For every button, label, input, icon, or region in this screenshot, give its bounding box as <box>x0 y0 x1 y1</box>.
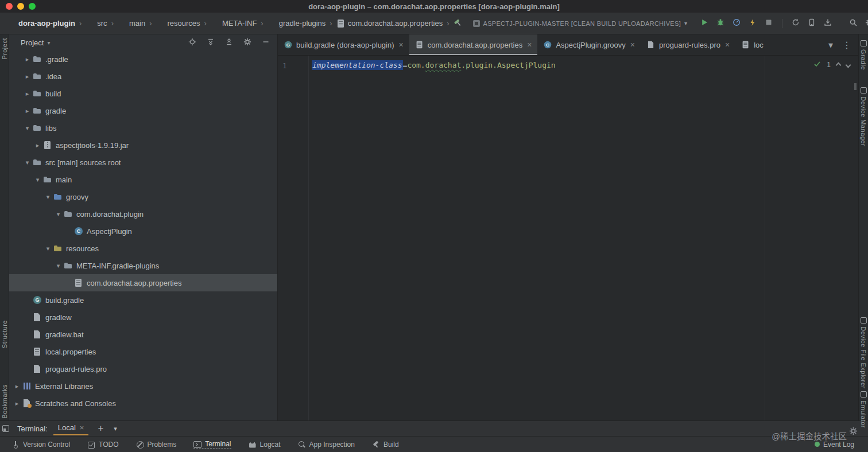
chevron-right-icon[interactable]: ▸ <box>13 400 21 407</box>
code-line[interactable]: implementation-class=com.dorachat.plugin… <box>312 61 556 69</box>
editor-options-kebab-icon[interactable]: ⋮ <box>842 40 851 50</box>
chevron-down-icon[interactable]: ▾ <box>44 245 52 252</box>
sync-gradle-button[interactable] <box>789 17 803 30</box>
select-opened-file-button[interactable] <box>185 36 199 49</box>
minimize-window-button[interactable] <box>17 3 24 10</box>
tool-stripe-button-structure[interactable]: Structure <box>1 320 8 348</box>
tree-item-proguard-rules-pro[interactable]: proguard-rules.pro <box>9 360 277 377</box>
editor-tab-com-dorachat-aop-properties[interactable]: com.dorachat.aop.properties × <box>409 34 538 55</box>
zoom-window-button[interactable] <box>29 3 36 10</box>
chevron-down-icon[interactable]: ▾ <box>44 193 52 201</box>
tree-item-aspectjtools-jar[interactable]: ▸ aspectjtools-1.9.19.jar <box>9 137 277 154</box>
chevron-right-icon[interactable]: ▸ <box>23 90 32 98</box>
tree-item-com-dorachat-plugin[interactable]: ▾ com.dorachat.plugin <box>9 205 277 223</box>
tree-item-local-properties[interactable]: local.properties <box>9 343 277 360</box>
tree-item-build[interactable]: ▸ build <box>9 85 277 102</box>
tree-item-com-dorachat-aop-properties[interactable]: com.dorachat.aop.properties <box>9 274 277 291</box>
chevron-right-icon[interactable]: ▸ <box>23 73 32 80</box>
expand-all-button[interactable] <box>204 36 218 49</box>
breadcrumb-item-main[interactable]: main › <box>117 19 154 28</box>
chevron-down-icon[interactable]: ▾ <box>47 40 50 46</box>
breadcrumb-item-gradle-plugins[interactable]: gradle-plugins › <box>266 19 334 28</box>
chevron-right-icon[interactable]: ▸ <box>23 107 32 115</box>
tool-stripe-button-device-manager[interactable]: Device Manager <box>860 87 867 146</box>
chevron-down-icon[interactable]: ▾ <box>23 159 32 166</box>
settings-button[interactable] <box>862 17 868 30</box>
statusbar-item-logcat[interactable]: Logcat <box>249 441 281 449</box>
run-configuration-select[interactable]: ASPECTJ-PLUGIN-MASTER [CLEAN BUILD UPLOA… <box>471 19 690 28</box>
tool-windows-icon[interactable] <box>2 425 9 432</box>
next-problem-chevron-icon[interactable] <box>846 62 851 68</box>
chevron-down-icon[interactable]: ▾ <box>54 211 63 218</box>
close-icon[interactable]: × <box>527 40 532 49</box>
statusbar-item-terminal[interactable]: Terminal <box>193 440 231 449</box>
breadcrumb-item-meta-inf[interactable]: META-INF › <box>210 19 265 28</box>
chevron-right-icon[interactable]: ▸ <box>33 142 42 149</box>
chevron-down-icon[interactable]: ▾ <box>54 262 63 270</box>
tree-item-meta-inf-gradle-plugins[interactable]: ▾ META-INF.gradle-plugins <box>9 257 277 274</box>
tree-item-gradlew-bat[interactable]: gradlew.bat <box>9 326 277 343</box>
chevron-down-icon[interactable]: ▾ <box>114 425 117 432</box>
breadcrumb-item-resources[interactable]: resources › <box>155 19 208 28</box>
close-icon[interactable]: × <box>725 40 730 49</box>
statusbar-item-build[interactable]: Build <box>372 441 399 449</box>
statusbar-item-problems[interactable]: Problems <box>136 441 177 449</box>
tree-item-groovy[interactable]: ▾ groovy <box>9 188 277 205</box>
properties-icon <box>742 41 750 49</box>
tool-stripe-button-emulator[interactable]: Emulator <box>860 391 867 428</box>
statusbar-item-app-inspection[interactable]: App Inspection <box>298 441 355 449</box>
search-everywhere-button[interactable] <box>846 17 860 30</box>
editor-body[interactable]: 1 implementation-class=com.dorachat.plug… <box>278 56 858 420</box>
new-terminal-button[interactable]: + <box>98 423 103 434</box>
tree-item-libs[interactable]: ▾ libs <box>9 119 277 137</box>
panel-settings-button[interactable] <box>241 36 254 49</box>
close-icon[interactable]: × <box>630 40 635 49</box>
tree-item-build-gradle[interactable]: build.gradle <box>9 291 277 309</box>
profile-button[interactable] <box>730 17 743 30</box>
tool-stripe-button-project[interactable]: Project <box>1 38 8 60</box>
tree-item-dot-idea[interactable]: ▸ .idea <box>9 68 277 85</box>
collapse-all-button[interactable] <box>222 36 236 49</box>
editor-tab-build-gradle[interactable]: build.gradle (dora-aop-plugin) × <box>278 34 409 55</box>
chevron-down-icon[interactable]: ▾ <box>23 124 32 132</box>
tool-stripe-button-device-file-explorer[interactable]: Device File Explorer <box>860 317 867 388</box>
editor-tab-loc[interactable]: loc <box>735 34 769 55</box>
tree-item-scratches-and-consoles[interactable]: ▸ Scratches and Consoles <box>9 395 277 412</box>
tree-item-src-main-sources-root[interactable]: ▾ src [main] sources root <box>9 154 277 171</box>
editor-tab-proguard-rules-pro[interactable]: proguard-rules.pro × <box>641 34 735 55</box>
breadcrumb-item-dora-aop-plugin[interactable]: dora-aop-plugin › <box>6 19 83 28</box>
build-hammer-icon <box>372 441 380 449</box>
tree-item-main[interactable]: ▾ main <box>9 171 277 188</box>
tree-item-external-libraries[interactable]: ▸ External Libraries <box>9 377 277 395</box>
stop-button[interactable] <box>762 17 776 30</box>
hidden-tabs-chevron-icon[interactable]: ▾ <box>828 40 833 50</box>
breadcrumb-item-com-dorachat-aop-properties[interactable]: com.dorachat.aop.properties › <box>335 19 451 28</box>
run-button[interactable] <box>698 17 711 30</box>
chevron-down-icon[interactable]: ▾ <box>33 176 42 184</box>
close-icon[interactable]: × <box>80 423 84 432</box>
tool-stripe-button-bookmarks[interactable]: Bookmarks <box>1 384 8 419</box>
editor-tab-aspectjplugin-groovy[interactable]: AspectjPlugin.groovy × <box>537 34 641 55</box>
tree-item-dot-gradle[interactable]: ▸ .gradle <box>9 50 277 68</box>
close-icon[interactable]: × <box>399 40 404 49</box>
build-button[interactable] <box>451 17 465 30</box>
tree-item-resources[interactable]: ▾ resources <box>9 240 277 257</box>
statusbar-item-todo[interactable]: TODO <box>87 441 118 449</box>
hide-panel-button[interactable] <box>259 36 273 49</box>
close-window-button[interactable] <box>6 3 13 10</box>
previous-problem-chevron-icon[interactable] <box>836 62 842 68</box>
sdk-manager-button[interactable] <box>821 17 835 30</box>
tree-item-gradlew[interactable]: gradlew <box>9 309 277 326</box>
statusbar-item-version-control[interactable]: Version Control <box>11 441 70 449</box>
tool-stripe-button-gradle[interactable]: Gradle <box>860 40 867 70</box>
terminal-tab-local[interactable]: Local × <box>53 422 89 435</box>
chevron-right-icon[interactable]: ▸ <box>13 383 21 390</box>
tree-item-aspectjplugin[interactable]: AspectjPlugin <box>9 223 277 240</box>
tree-item-gradle[interactable]: ▸ gradle <box>9 102 277 119</box>
apply-changes-button[interactable] <box>746 17 760 30</box>
device-manager-button[interactable] <box>805 17 819 30</box>
chevron-right-icon[interactable]: ▸ <box>23 56 32 63</box>
breadcrumb-item-src[interactable]: src › <box>84 19 115 28</box>
debug-button[interactable] <box>714 17 727 30</box>
play-icon <box>700 18 708 28</box>
